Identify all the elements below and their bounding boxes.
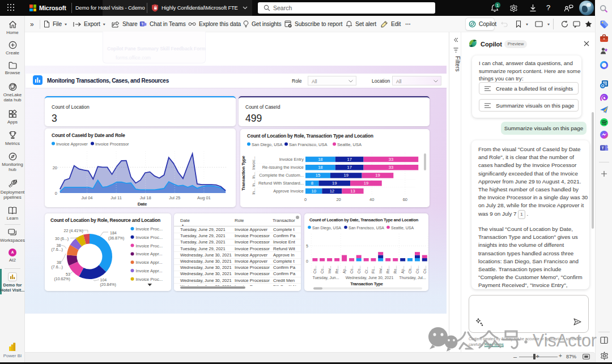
svg-text:San Diego, USA: San Diego, USA <box>312 226 341 230</box>
svg-text:38: 38 <box>57 243 61 247</box>
svg-text:Inv...: Inv... <box>328 265 332 273</box>
svg-text:Ap...: Ap... <box>342 265 347 273</box>
svg-text:Jul 11: Jul 11 <box>110 195 121 200</box>
svg-text:Refund With Standard...: Refund With Standard... <box>258 181 304 186</box>
svg-text:T: T <box>602 146 605 150</box>
svg-text:Date: Date <box>138 202 147 207</box>
svg-text:20: 20 <box>336 197 341 202</box>
svg-text:(36.87%): (36.87%) <box>108 236 124 241</box>
svg-text:Tuesday, Jun...: Tuesday, Jun... <box>312 276 339 280</box>
svg-text:Invoice Processor: Invoice Processor <box>95 142 129 147</box>
svg-text:Cr...: Cr... <box>364 267 368 273</box>
svg-text:Re-issuing the invoice: Re-issuing the invoice <box>262 165 304 170</box>
svg-text:30 (6...): 30 (6...) <box>55 237 69 241</box>
svg-text:15: 15 <box>316 173 320 178</box>
svg-text:Co...: Co... <box>423 265 427 273</box>
svg-text:(10.62%): (10.62%) <box>54 277 70 281</box>
svg-text:Invoice Proc...: Invoice Proc... <box>136 226 163 232</box>
svg-text:19: 19 <box>375 173 380 178</box>
svg-text:San Francisco, USA: San Francisco, USA <box>289 142 328 147</box>
svg-text:Re...: Re... <box>335 265 339 273</box>
svg-text:Co...: Co... <box>350 265 354 273</box>
svg-text:Co...: Co... <box>320 265 324 273</box>
svg-text:19: 19 <box>344 173 348 178</box>
svg-text:In...: In... <box>252 180 256 187</box>
svg-text:Invoice Appr...: Invoice Appr... <box>136 260 163 265</box>
svg-text:Invoice Approver: Invoice Approver <box>56 142 88 147</box>
svg-text:Co...: Co... <box>415 265 419 273</box>
svg-text:17: 17 <box>347 157 351 162</box>
svg-text:Ap...: Ap... <box>401 265 405 273</box>
svg-text:Jul 25: Jul 25 <box>169 195 180 200</box>
svg-text:17: 17 <box>347 165 351 170</box>
svg-text:Ch...: Ch... <box>408 265 412 273</box>
svg-text:Thursday, Jul...: Thursday, Jul... <box>399 276 426 280</box>
svg-text:Re...: Re... <box>393 265 397 273</box>
svg-text:San Diego, USA: San Diego, USA <box>252 142 283 147</box>
svg-text:Wednesday, June 30, 2021: Wednesday, June 30, 2021 <box>346 276 394 280</box>
svg-text:Fil...: Fil... <box>371 267 375 273</box>
svg-text:Invoice Proc...: Invoice Proc... <box>136 277 163 282</box>
svg-text:Transaction Type: Transaction Type <box>350 281 383 286</box>
svg-text:12: 12 <box>330 189 334 194</box>
svg-text:(20.84%): (20.84%) <box>100 282 116 287</box>
svg-text:Jul 18: Jul 18 <box>140 195 151 200</box>
svg-text:Count of CaseId by Date and Ro: Count of CaseId by Date and Role <box>52 132 125 138</box>
svg-text:33: 33 <box>389 157 393 162</box>
svg-text:Seattle, USA: Seattle, USA <box>337 142 362 147</box>
svg-text:20: 20 <box>53 165 57 170</box>
svg-text:San Francisco, USA: San Francisco, USA <box>348 226 384 230</box>
svg-text:53: 53 <box>66 272 70 276</box>
svg-text:40: 40 <box>369 197 374 202</box>
svg-text:0: 0 <box>304 197 307 202</box>
svg-text:18: 18 <box>318 165 322 170</box>
svg-text:13: 13 <box>350 189 355 194</box>
svg-text:Seattle, USA: Seattle, USA <box>391 226 414 230</box>
svg-text:Co...: Co... <box>357 265 361 273</box>
svg-text:8: 8 <box>311 181 313 186</box>
svg-text:Complete the Custom...: Complete the Custom... <box>259 173 304 178</box>
svg-text:Co...: Co... <box>313 265 317 273</box>
svg-text:In...: In... <box>252 172 256 179</box>
svg-text:22 (4.41%): 22 (4.41%) <box>64 229 83 233</box>
svg-text:O: O <box>601 84 605 88</box>
svg-text:Invoic...: Invoic... <box>252 156 256 170</box>
svg-text:Jul 04: Jul 04 <box>81 195 92 200</box>
svg-text:Aug 01: Aug 01 <box>197 195 211 200</box>
svg-text:Invoice Proc...: Invoice Proc... <box>136 243 163 249</box>
svg-text:5: 5 <box>306 244 308 248</box>
svg-text:19: 19 <box>364 181 368 186</box>
svg-text:60: 60 <box>403 197 407 202</box>
svg-text:(7.6...): (7.6...) <box>52 265 63 269</box>
svg-text:Approve Invoice: Approve Invoice <box>273 189 304 194</box>
svg-text:Invoice Proc...: Invoice Proc... <box>136 235 163 240</box>
svg-text:Count of Location by Role, Tra: Count of Location by Role, Transaction T… <box>247 133 373 139</box>
svg-text:19: 19 <box>332 181 337 186</box>
svg-text:Count of Location by Date, Tra: Count of Location by Date, Transaction T… <box>309 217 419 222</box>
svg-text:Re...: Re... <box>386 265 390 273</box>
svg-text:0: 0 <box>55 191 57 196</box>
svg-text:0: 0 <box>306 259 308 263</box>
svg-text:33: 33 <box>389 165 393 170</box>
svg-text:(7.6...): (7.6...) <box>52 247 63 252</box>
svg-text:Invoice Entry: Invoice Entry <box>279 157 304 162</box>
svg-text:T: T <box>141 22 143 26</box>
svg-text:Transaction Type: Transaction Type <box>241 155 246 190</box>
svg-text:Invoice Appr...: Invoice Appr... <box>136 268 163 273</box>
svg-text:In...: In... <box>252 188 256 195</box>
svg-text:184: 184 <box>110 231 117 235</box>
svg-text:38: 38 <box>57 260 61 264</box>
svg-text:104: 104 <box>100 278 107 282</box>
svg-text:Inv...: Inv... <box>379 265 382 273</box>
svg-text:Invoice Appr...: Invoice Appr... <box>136 251 163 256</box>
svg-text:10: 10 <box>311 189 316 194</box>
svg-text:Count of Location by Role, Res: Count of Location by Role, Resource and … <box>50 217 160 223</box>
svg-text:18: 18 <box>318 157 322 162</box>
